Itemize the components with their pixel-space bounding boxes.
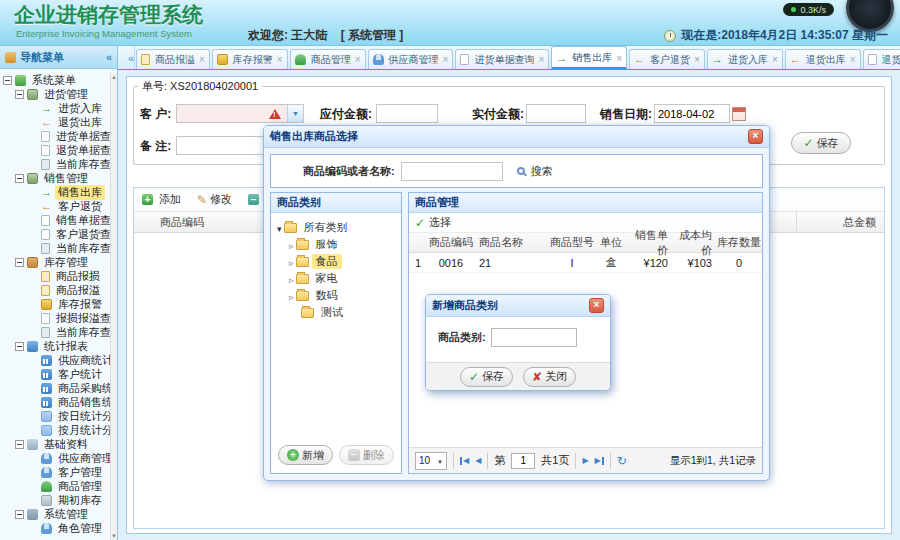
combo-dropdown-icon[interactable] [287, 105, 303, 122]
add-category-button[interactable]: 新增 [278, 445, 333, 465]
tree-expander-icon[interactable] [15, 342, 24, 351]
category-tree-item[interactable]: 测试 [273, 304, 399, 321]
sidebar-tree-item[interactable]: 角色管理 [0, 521, 110, 535]
sidebar-tree-item[interactable]: 系统管理 [0, 507, 110, 521]
column-header[interactable]: 商品名称 [475, 235, 548, 250]
first-page-button[interactable] [460, 457, 469, 465]
sidebar-tree-item[interactable]: 销售单据查询 [0, 213, 110, 227]
sidebar-tree-item[interactable]: 客户退货 [0, 199, 110, 213]
sidebar-tree-item[interactable]: 当前库存查询 [0, 157, 110, 171]
close-category-button[interactable]: 关闭 [523, 367, 576, 387]
category-tree-item[interactable]: 食品 [273, 253, 399, 270]
tab[interactable]: 库存报警 [212, 49, 288, 69]
tab[interactable]: 客户退货 [629, 49, 705, 69]
page-number-input[interactable] [511, 453, 535, 469]
tree-expander-icon[interactable] [15, 174, 24, 183]
tab-close-icon[interactable] [770, 54, 778, 65]
sidebar-tree-item[interactable]: 商品报溢 [0, 283, 110, 297]
tab[interactable]: 商品报溢 [136, 49, 210, 69]
save-button[interactable]: 保存 [791, 132, 851, 154]
sidebar-tree-item[interactable]: 进货管理 [0, 87, 110, 101]
tab-close-icon[interactable] [614, 53, 622, 64]
tree-expander-icon[interactable] [15, 440, 24, 449]
tab[interactable]: 供应商管理 [368, 49, 454, 69]
add-row-button[interactable]: 添加 [142, 192, 181, 207]
column-header[interactable]: 库存数量 [716, 235, 762, 250]
sidebar-tree-item[interactable]: 商品管理 [0, 479, 110, 493]
column-header[interactable]: 商品编码 [427, 235, 475, 250]
delete-category-button[interactable]: 删除 [339, 445, 394, 465]
calendar-icon[interactable] [732, 107, 746, 121]
tree-expander-icon[interactable] [289, 273, 294, 285]
tab[interactable]: 进货入库 [707, 49, 783, 69]
next-page-button[interactable] [582, 457, 588, 465]
paid-input[interactable] [526, 104, 586, 123]
tab-close-icon[interactable] [441, 54, 449, 65]
scroll-up-icon[interactable]: ▲ [111, 74, 117, 80]
category-tree-item[interactable]: 服饰 [273, 236, 399, 253]
tab-close-icon[interactable] [275, 54, 283, 65]
tree-expander-icon[interactable] [277, 222, 282, 234]
category-tree-item[interactable]: 家电 [273, 270, 399, 287]
sidebar-tree-item[interactable]: 供应商统计 [0, 353, 110, 367]
column-header[interactable]: 销售单价 [626, 228, 672, 258]
sidebar-tree-item[interactable]: 系统菜单 [0, 73, 110, 87]
tab-close-icon[interactable] [692, 54, 700, 65]
sidebar-tree-item[interactable]: 当前库存查询 [0, 325, 110, 339]
tab-close-icon[interactable] [197, 54, 205, 65]
page-size-select[interactable]: 10 [415, 452, 447, 470]
sidebar-tree-item[interactable]: 库存报警 [0, 297, 110, 311]
sidebar-tree-item[interactable]: 退货出库 [0, 115, 110, 129]
sidebar-tree-item[interactable]: 基础资料 [0, 437, 110, 451]
tab-close-icon[interactable] [353, 54, 361, 65]
category-tree-item[interactable]: 数码 [273, 287, 399, 304]
column-header[interactable]: 单位 [596, 235, 626, 250]
tree-expander-icon[interactable] [289, 256, 294, 268]
tab[interactable]: 销售出库 [551, 46, 627, 69]
tab-close-icon[interactable] [848, 54, 856, 65]
sidebar-tree-item[interactable]: 客户管理 [0, 465, 110, 479]
tab[interactable]: 商品管理 [290, 49, 366, 69]
column-header[interactable]: 成本均价 [672, 228, 716, 258]
tab-scroll-left-button[interactable] [118, 46, 135, 69]
payable-input[interactable] [376, 104, 438, 123]
close-icon[interactable] [589, 298, 604, 313]
sidebar-tree-item[interactable]: 进货单据查询 [0, 129, 110, 143]
last-page-button[interactable] [595, 457, 604, 465]
tree-expander-icon[interactable] [289, 290, 294, 302]
sidebar-tree-item[interactable]: 客户退货查询 [0, 227, 110, 241]
sidebar-tree-item[interactable]: 销售管理 [0, 171, 110, 185]
sidebar-tree-item[interactable]: 进货入库 [0, 101, 110, 115]
sale-date-input[interactable] [654, 104, 730, 123]
product-search-input[interactable] [401, 162, 503, 181]
category-tree-item[interactable]: 所有类别 [273, 219, 399, 236]
tab-close-icon[interactable] [536, 54, 544, 65]
tab[interactable]: 退货单据查询 [863, 49, 900, 69]
prev-page-button[interactable] [475, 457, 481, 465]
sidebar-tree-item[interactable]: 期初库存 [0, 493, 110, 507]
column-header[interactable]: 商品型号 [548, 235, 596, 250]
edit-row-button[interactable]: 修改 [197, 192, 232, 207]
sidebar-tree-item[interactable]: 报损报溢查询 [0, 311, 110, 325]
tree-expander-icon[interactable] [289, 239, 294, 251]
sidebar-tree-item[interactable]: 按月统计分析 [0, 423, 110, 437]
sidebar-collapse-icon[interactable] [106, 51, 112, 63]
select-button[interactable]: 选择 [429, 215, 451, 230]
tree-expander-icon[interactable] [15, 510, 24, 519]
tree-expander-icon[interactable] [3, 76, 12, 85]
tab[interactable]: 退货出库 [785, 49, 861, 69]
tree-expander-icon[interactable] [15, 90, 24, 99]
sidebar-tree-item[interactable]: 商品销售统计 [0, 395, 110, 409]
sidebar-tree-item[interactable]: 供应商管理 [0, 451, 110, 465]
search-button[interactable]: 搜索 [531, 164, 553, 179]
sidebar-tree-item[interactable]: 统计报表 [0, 339, 110, 353]
tree-expander-icon[interactable] [15, 258, 24, 267]
customer-combobox[interactable] [176, 104, 304, 123]
close-icon[interactable] [748, 129, 763, 144]
save-category-button[interactable]: 保存 [460, 367, 513, 387]
product-table-row[interactable]: 1 0016 21 I 盒 ¥120 ¥103 0 [409, 253, 762, 273]
sidebar-tree-item[interactable]: 商品报损 [0, 269, 110, 283]
sidebar-tree-item[interactable]: 库存管理 [0, 255, 110, 269]
sidebar-tree-item[interactable]: 退货单据查询 [0, 143, 110, 157]
scroll-down-icon[interactable]: ▼ [111, 533, 117, 539]
